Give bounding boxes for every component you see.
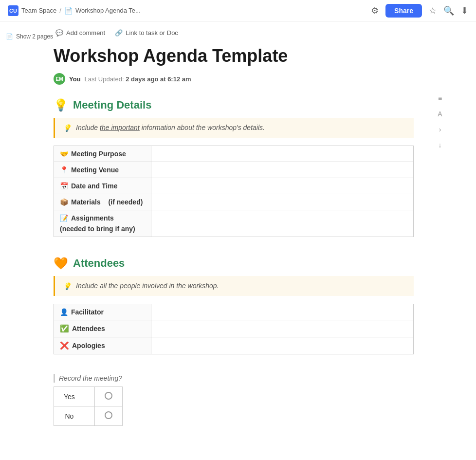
table-cell-value[interactable] <box>151 178 414 194</box>
record-label: Record the meeting? <box>59 374 122 382</box>
table-cell-value[interactable] <box>151 162 414 178</box>
avatar: EM <box>54 73 65 85</box>
breadcrumb-team-space[interactable]: Team Space <box>21 7 56 14</box>
show-pages-label: Show 2 pages <box>16 33 53 40</box>
table-row: 📝 Assignments (needed to bring if any) <box>54 210 414 237</box>
side-arrow-icon[interactable]: › <box>439 126 441 133</box>
table-cell-value[interactable] <box>151 337 414 354</box>
attendees-emoji: 🧡 <box>54 257 68 270</box>
table-cell-value[interactable] <box>151 210 414 237</box>
callout-icon: 💡 <box>63 124 71 132</box>
table-cell-label: 📦 Materials (if needed) <box>54 194 151 210</box>
row-label-text: Date and Time <box>71 182 117 190</box>
link-label: Link to task or Doc <box>126 29 178 37</box>
download-icon-btn[interactable]: ⬇ <box>461 5 468 16</box>
row-label-text: Attendees <box>72 325 105 332</box>
table-cell-label: 👤 Facilitator <box>54 304 151 320</box>
breadcrumb-separator: / <box>59 7 61 14</box>
table-row: ✅ Attendees <box>54 320 414 337</box>
page-title: Workshop Agenda Template <box>54 45 414 66</box>
show-pages-button[interactable]: 📄 Show 2 pages <box>6 33 53 40</box>
record-label-row: Record the meeting? <box>54 374 414 383</box>
row-emoji: 📍 <box>60 166 68 174</box>
comment-icon: 💬 <box>55 29 63 37</box>
attendees-section: 🧡 Attendees 💡 Include all the people inv… <box>54 257 414 354</box>
table-row: 👤 Facilitator <box>54 304 414 320</box>
breadcrumb-doc-title[interactable]: Workshop Agenda Te... <box>75 7 141 14</box>
row-emoji: 📅 <box>60 182 68 190</box>
attendees-heading: 🧡 Attendees <box>54 257 414 270</box>
attendees-title: Attendees <box>73 257 125 270</box>
side-down-icon[interactable]: ↓ <box>439 141 442 149</box>
add-comment-label: Add comment <box>66 29 105 37</box>
left-sidebar: 📄 Show 2 pages <box>0 21 54 460</box>
author-row: EM You Last Updated: 2 days ago at 6:12 … <box>54 73 414 85</box>
meeting-details-heading: 💡 Meeting Details <box>54 98 414 112</box>
table-row: 📅 Date and Time <box>54 178 414 194</box>
radio-no-input[interactable] <box>105 411 112 419</box>
add-comment-button[interactable]: 💬 Add comment <box>55 29 105 37</box>
row-label-text: Apologies <box>72 342 105 350</box>
topbar: CU Team Space / 📄 Workshop Agenda Te... … <box>0 0 476 21</box>
table-cell-label: 🤝 Meeting Purpose <box>54 146 151 162</box>
row-emoji: 👤 <box>60 308 68 316</box>
table-cell-value[interactable] <box>151 146 414 162</box>
table-cell-value[interactable] <box>151 194 414 210</box>
table-row: 🤝 Meeting Purpose <box>54 146 414 162</box>
table-cell-label: ❌ Apologies <box>54 337 151 354</box>
meeting-details-title: Meeting Details <box>73 99 151 111</box>
font-size-icon[interactable]: A <box>438 110 442 118</box>
link-task-button[interactable]: 🔗 Link to task or Doc <box>115 29 178 37</box>
row-emoji: ✅ <box>60 324 69 333</box>
table-cell-label: ✅ Attendees <box>54 320 151 337</box>
callout-text: Include the important information about … <box>76 124 265 131</box>
right-sidebar: ≡ A › ↓ <box>433 21 447 460</box>
table-cell-value[interactable] <box>151 304 414 320</box>
table-row: Yes <box>54 387 123 406</box>
record-bar-icon <box>54 374 55 383</box>
settings-icon-btn[interactable]: ⚙ <box>371 5 379 16</box>
record-section: Record the meeting? Yes No <box>54 374 414 426</box>
breadcrumb: CU Team Space / 📄 Workshop Agenda Te... <box>8 5 141 16</box>
table-row: 📦 Materials (if needed) <box>54 194 414 210</box>
row-label-extra: (if needed) <box>109 198 143 206</box>
toolbar-row: 💬 Add comment 🔗 Link to task or Doc <box>55 29 414 37</box>
list-icon[interactable]: ≡ <box>438 94 442 102</box>
radio-yes-cell[interactable] <box>94 387 122 406</box>
row-emoji: 📝 <box>60 214 68 222</box>
link-icon: 🔗 <box>115 29 123 37</box>
table-cell-value[interactable] <box>151 320 414 337</box>
app-icon: CU <box>8 5 18 16</box>
record-radio-table: Yes No <box>54 386 123 426</box>
table-row: No <box>54 406 123 426</box>
share-button[interactable]: Share <box>385 4 422 18</box>
row-label-text: Meeting Purpose <box>71 150 126 158</box>
star-icon-btn[interactable]: ☆ <box>429 5 437 16</box>
attendees-table: 👤 Facilitator ✅ Attendees <box>54 304 414 354</box>
radio-no-label: No <box>54 406 95 426</box>
pages-icon: 📄 <box>6 33 13 40</box>
row-label-text: Materials <box>71 198 101 206</box>
radio-yes-label: Yes <box>54 387 95 406</box>
last-updated-text: Last Updated: 2 days ago at 6:12 am <box>85 75 191 83</box>
content-area: 💬 Add comment 🔗 Link to task or Doc Work… <box>54 21 433 460</box>
row-label-text: Assignments <box>71 214 114 222</box>
radio-no-cell[interactable] <box>94 406 122 426</box>
author-name: You <box>69 75 81 83</box>
row-emoji: 🤝 <box>60 150 68 158</box>
radio-yes-input[interactable] <box>105 392 112 400</box>
attendees-callout: 💡 Include all the people involved in the… <box>54 276 414 296</box>
search-icon-btn[interactable]: 🔍 <box>443 5 454 16</box>
callout-icon: 💡 <box>63 282 71 290</box>
meeting-details-callout: 💡 Include the important information abou… <box>54 118 414 138</box>
table-cell-label: 📝 Assignments (needed to bring if any) <box>54 210 151 237</box>
row-label-text: Facilitator <box>71 308 104 316</box>
doc-icon: 📄 <box>64 7 73 15</box>
topbar-actions: ⚙ Share ☆ 🔍 ⬇ <box>371 4 468 18</box>
meeting-details-emoji: 💡 <box>54 98 68 112</box>
table-row: ❌ Apologies <box>54 337 414 354</box>
row-label-extra: (needed to bring if any) <box>60 225 135 233</box>
table-cell-label: 📅 Date and Time <box>54 178 151 194</box>
row-emoji: ❌ <box>60 341 69 350</box>
main-container: 📄 Show 2 pages 💬 Add comment 🔗 Link to t… <box>0 21 476 460</box>
